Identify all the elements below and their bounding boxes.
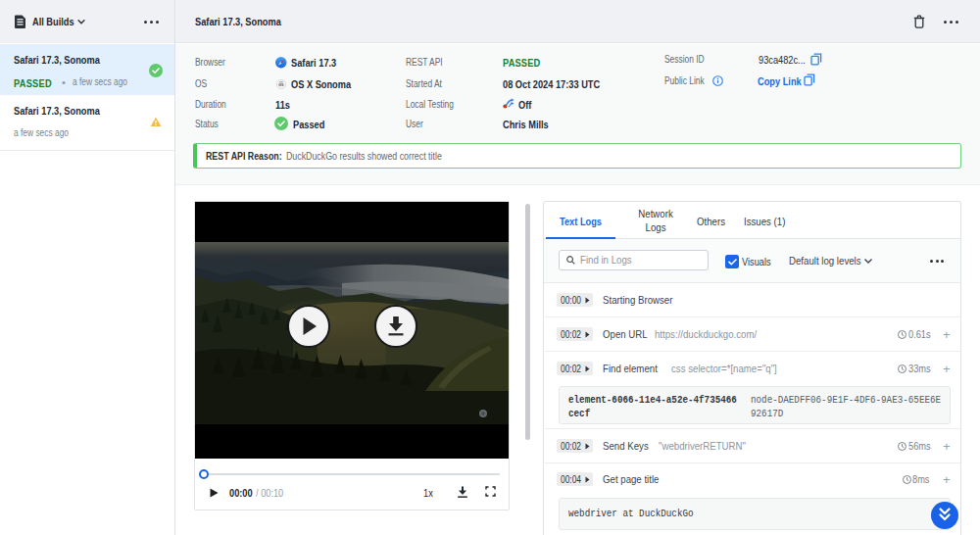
svg-text:os: os bbox=[278, 82, 284, 87]
